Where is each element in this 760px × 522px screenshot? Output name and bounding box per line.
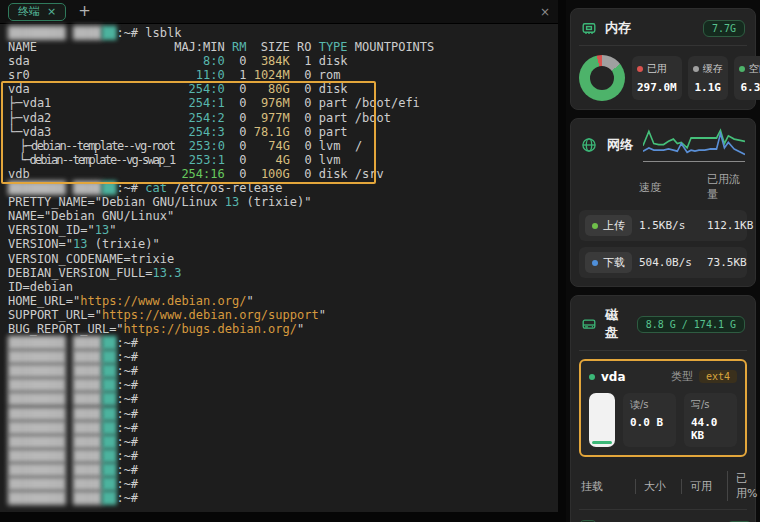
terminal-line: sda 8:0 0 384K 1 disk	[8, 54, 558, 68]
network-title: 网络	[607, 136, 633, 154]
terminal-line: ████████ ██████:~#	[8, 477, 558, 491]
terminal-line: HOME_URL="https://www.debian.org/"	[8, 294, 558, 308]
terminal-tab-bar: 终端 × + ×	[0, 0, 558, 24]
hard-drive-icon	[581, 316, 597, 332]
mount-row: /72.3 G65.7 G5%	[579, 509, 747, 522]
network-speed-value: 504.0B/s	[639, 256, 707, 269]
network-total-value: 73.5KB	[707, 256, 747, 269]
terminal-line: ████████ ██████:~#	[8, 435, 558, 449]
terminal-line: vda 254:0 0 80G 0 disk	[8, 82, 558, 96]
terminal-line: ████████ ██████:~#	[8, 378, 558, 392]
read-value: 0.0 B	[630, 416, 669, 429]
disk-usage-badge: 8.8 G / 174.1 G	[637, 316, 745, 333]
terminal-line: ████████ ██████:~#	[8, 336, 558, 350]
memory-stat-label: 缓存	[693, 62, 723, 76]
network-sparkline	[643, 127, 745, 162]
memory-stat: 缓存1.1G	[688, 56, 728, 100]
tab-terminal[interactable]: 终端 ×	[8, 3, 66, 21]
write-label: 写/s	[691, 398, 730, 412]
stat-dot	[693, 66, 699, 72]
terminal-line: sr0 11:0 1 1024M 0 rom	[8, 68, 558, 82]
terminal-line: ████████ ██████:~#	[8, 463, 558, 477]
memory-body: 已用297.0M缓存1.1G空闲6.3G	[579, 46, 747, 101]
memory-card-header: 内存 7.7G	[579, 17, 747, 46]
memory-icon	[581, 20, 597, 36]
device-header: vda 类型 ext4	[589, 369, 737, 384]
stat-dot	[637, 66, 643, 72]
network-row: 上传1.5KB/s112.1KB	[579, 210, 747, 241]
mount-pct-cell: 5%	[727, 517, 752, 522]
terminal-line: vdb 254:16 0 100G 0 disk /srv	[8, 167, 558, 181]
mount-cell: /	[579, 518, 635, 522]
read-label: 读/s	[630, 398, 669, 412]
disk-card: 磁盘 8.8 G / 174.1 G vda 类型 ext4 读/s 0.0 B…	[570, 295, 756, 522]
terminal-line: ████████ ██████:~#	[8, 392, 558, 406]
avail-column-header: 可用	[681, 479, 727, 494]
network-total-value: 112.1KB	[707, 219, 753, 232]
terminal-line: SUPPORT_URL="https://www.debian.org/supp…	[8, 308, 558, 322]
memory-card: 内存 7.7G 已用297.0M缓存1.1G空闲6.3G	[570, 8, 756, 110]
read-speed-box: 读/s 0.0 B	[623, 393, 676, 447]
new-tab-button[interactable]: +	[78, 4, 91, 19]
device-status-dot	[589, 374, 595, 380]
total-column-header: 已用流量	[707, 172, 741, 202]
terminal-line: VERSION="13 (trixie)"	[8, 237, 558, 251]
stat-dot	[739, 66, 745, 72]
mount-column-header: 挂载	[579, 479, 635, 494]
monitor-panel: 内存 7.7G 已用297.0M缓存1.1G空闲6.3G 网络	[566, 0, 760, 522]
terminal-line: NAME="Debian GNU/Linux"	[8, 209, 558, 223]
network-card: 网络 速度 已用流量 上传1.5KB/s112.1KB下载504.0B/s73.…	[570, 118, 756, 287]
device-body: 读/s 0.0 B 写/s 44.0 KB	[589, 393, 737, 447]
terminal-line: ID=debian	[8, 280, 558, 294]
size-column-header: 大小	[635, 479, 681, 494]
upload-line	[643, 130, 745, 148]
terminal-line: ████████ ██████:~#	[8, 449, 558, 463]
terminal-line: ████████ ██████:~# lsblk	[8, 26, 558, 40]
network-table-header: 速度 已用流量	[579, 170, 747, 204]
terminal-line: ████████ ██████:~#	[8, 364, 558, 378]
memory-stat-value: 6.3G	[739, 81, 760, 94]
terminal-output[interactable]: ████████ ██████:~# lsblkNAME MAJ:MIN RM …	[0, 24, 558, 505]
device-type-label: 类型	[671, 369, 693, 384]
mount-table-header: 挂载 大小 可用 已用%	[579, 467, 747, 509]
terminal-line: ├─vda2 254:2 0 977M 0 part /boot	[8, 111, 558, 125]
network-dot	[592, 223, 598, 229]
memory-title: 内存	[605, 19, 631, 37]
disk-card-header: 磁盘 8.8 G / 174.1 G	[579, 304, 747, 351]
terminal-line: VERSION_ID="13"	[8, 223, 558, 237]
terminal-close-icon[interactable]: ×	[540, 5, 550, 19]
memory-stat-label: 空闲	[739, 62, 760, 76]
terminal-line: ████████ ██████:~#	[8, 407, 558, 421]
disk-device-card-vda[interactable]: vda 类型 ext4 读/s 0.0 B 写/s 44.0 KB	[579, 359, 747, 457]
globe-icon	[581, 137, 597, 153]
filesystem-badge: ext4	[699, 370, 737, 383]
speed-column-header: 速度	[639, 180, 707, 195]
memory-stat-value: 297.0M	[637, 81, 677, 94]
terminal-line: NAME MAJ:MIN RM SIZE RO TYPE MOUNTPOINTS	[8, 40, 558, 54]
network-dot	[592, 260, 598, 266]
terminal-panel: 终端 × + × ████████ ██████:~# lsblkNAME MA…	[0, 0, 558, 512]
disk-usage-gauge	[589, 393, 615, 447]
network-speed-value: 1.5KB/s	[639, 219, 707, 232]
write-speed-box: 写/s 44.0 KB	[684, 393, 737, 447]
terminal-line: └─vda3 254:3 0 78.1G 0 part	[8, 125, 558, 139]
tab-close-icon[interactable]: ×	[47, 5, 56, 19]
network-row: 下载504.0B/s73.5KB	[579, 247, 747, 278]
memory-stat: 空闲6.3G	[734, 56, 760, 100]
memory-stats: 已用297.0M缓存1.1G空闲6.3G	[632, 56, 760, 100]
used-pct-column-header: 已用%	[727, 471, 757, 501]
disk-title: 磁盘	[605, 306, 629, 342]
memory-donut-chart	[579, 55, 625, 101]
memory-stat: 已用297.0M	[632, 56, 682, 100]
mount-rows: /72.3 G65.7 G5%/sys/firm56.0 K11.0 K80%/…	[579, 509, 747, 522]
terminal-line: ├─debian--template--vg-root 253:0 0 74G …	[8, 139, 558, 153]
terminal-line: ████████ ██████:~#	[8, 350, 558, 364]
mount-table: 挂载 大小 可用 已用% /72.3 G65.7 G5%/sys/firm56.…	[579, 467, 747, 522]
memory-total-badge: 7.7G	[703, 20, 745, 37]
terminal-line: BUG_REPORT_URL="https://bugs.debian.org/…	[8, 322, 558, 336]
network-label-chip: 上传	[585, 215, 632, 236]
terminal-line: └─debian--template--vg-swap_1 253:1 0 4G…	[8, 153, 558, 167]
terminal-line: ████████ ██████:~#	[8, 491, 558, 505]
network-label-chip: 下载	[585, 252, 632, 273]
terminal-line: ████████ ██████:~# cat /etc/os-release	[8, 181, 558, 195]
